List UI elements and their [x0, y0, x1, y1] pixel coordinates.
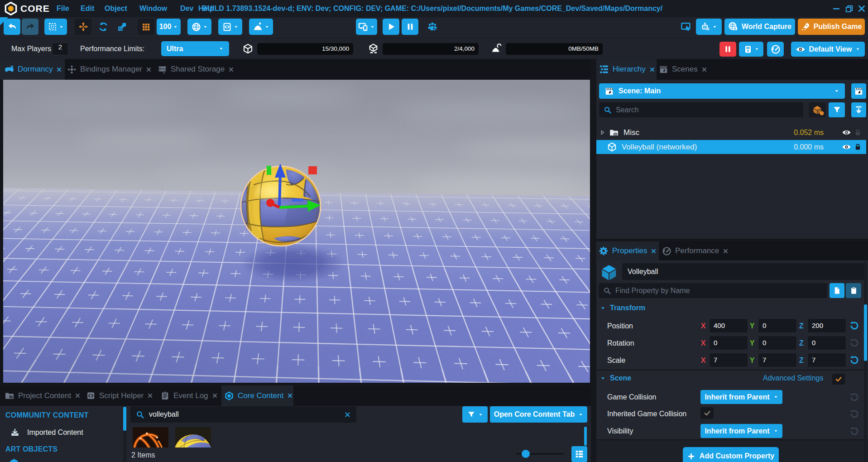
- menu-object[interactable]: Object: [105, 0, 127, 17]
- menu-edit[interactable]: Edit: [81, 0, 94, 17]
- performance-limits-dropdown[interactable]: Ultra: [161, 41, 229, 56]
- scale-tool-button[interactable]: [114, 19, 130, 35]
- scrollbar-thumb[interactable]: [864, 304, 867, 361]
- gizmo-x-axis[interactable]: [279, 206, 309, 207]
- object-name-input[interactable]: Volleyball: [622, 263, 866, 280]
- tab-close-icon[interactable]: [723, 248, 729, 254]
- snap-size-dropdown[interactable]: 100: [157, 19, 181, 35]
- undo-button[interactable]: [4, 19, 20, 35]
- tab-close-icon[interactable]: [212, 393, 218, 399]
- tab-shared-storage[interactable]: Shared Storage: [158, 59, 235, 80]
- tab-close-icon[interactable]: [228, 67, 234, 72]
- default-view-dropdown[interactable]: Default View: [791, 42, 865, 57]
- visibility-dropdown[interactable]: Inherit from Parent: [700, 424, 782, 438]
- multiplayer-preview-dropdown[interactable]: [356, 19, 377, 35]
- tab-close-icon[interactable]: [147, 393, 153, 399]
- restore-button[interactable]: [844, 4, 854, 14]
- max-players-input[interactable]: 2: [52, 43, 68, 55]
- scale-x-input[interactable]: 7: [709, 353, 748, 367]
- sidebar-scrollbar[interactable]: [123, 406, 126, 462]
- lock-icon[interactable]: [854, 143, 862, 151]
- tab-hierarchy[interactable]: Hierarchy: [596, 59, 657, 80]
- view-mode-button[interactable]: [571, 446, 587, 462]
- performance-gauge-button[interactable]: [767, 42, 784, 57]
- tab-performance[interactable]: Performance: [662, 241, 728, 260]
- gizmo-green-marker[interactable]: [267, 166, 271, 175]
- tab-close-icon[interactable]: [56, 67, 62, 72]
- gizmo-red-marker[interactable]: [308, 166, 317, 174]
- stop-button[interactable]: [719, 42, 736, 57]
- clear-search-icon[interactable]: [344, 411, 351, 418]
- content-filter-button[interactable]: [462, 406, 488, 423]
- viewport-3d-scene[interactable]: [3, 80, 590, 383]
- community-content-header[interactable]: COMMUNITY CONTENT: [5, 411, 89, 419]
- art-objects-header[interactable]: ART OBJECTS: [5, 445, 58, 453]
- slider-knob[interactable]: [522, 450, 530, 458]
- visibility-eye-icon[interactable]: [842, 142, 851, 152]
- terrain-dropdown[interactable]: [249, 19, 273, 35]
- advanced-settings-checkbox[interactable]: [832, 374, 845, 385]
- menu-window[interactable]: Window: [139, 0, 167, 17]
- imported-content-item[interactable]: Imported Content: [10, 428, 83, 438]
- position-x-input[interactable]: 400: [709, 318, 748, 333]
- content-search-input[interactable]: volleyball: [130, 406, 356, 423]
- gizmo-z-arrowhead[interactable]: [275, 164, 286, 178]
- gizmo-y-handle[interactable]: [266, 199, 274, 207]
- select-mode-button[interactable]: [44, 19, 67, 35]
- collapse-icon[interactable]: [600, 375, 606, 381]
- redo-button[interactable]: [22, 19, 38, 35]
- add-custom-property-button[interactable]: Add Custom Property: [683, 447, 779, 462]
- properties-scrollbar[interactable]: [864, 262, 867, 462]
- transform-gizmo[interactable]: [3, 80, 590, 383]
- save-dropdown[interactable]: [739, 42, 763, 57]
- close-button[interactable]: [857, 4, 867, 14]
- scene-section-header[interactable]: Scene: [600, 374, 631, 382]
- tab-properties[interactable]: Properties: [596, 241, 659, 260]
- tab-close-icon[interactable]: [75, 393, 81, 399]
- tab-core-content[interactable]: Core Content: [221, 385, 293, 406]
- tab-close-icon[interactable]: [651, 248, 657, 254]
- open-core-content-tab-button[interactable]: Open Core Content Tab: [490, 406, 587, 423]
- capture-bot-dropdown[interactable]: [696, 19, 722, 35]
- menu-dev[interactable]: Dev: [180, 0, 193, 17]
- hierarchy-collapse-button[interactable]: [851, 102, 866, 117]
- tab-close-icon[interactable]: [701, 67, 707, 72]
- find-property-input[interactable]: Find Property by Name: [599, 283, 827, 298]
- screen-share-icon[interactable]: [678, 19, 694, 35]
- gizmo-z-axis[interactable]: [279, 173, 280, 207]
- scale-y-input[interactable]: 7: [758, 353, 797, 367]
- hierarchy-filter-button[interactable]: [829, 102, 845, 117]
- position-z-input[interactable]: 200: [807, 318, 846, 333]
- paste-properties-button[interactable]: [846, 283, 861, 298]
- pause-button[interactable]: [402, 19, 418, 35]
- expand-arrow-icon[interactable]: [599, 129, 606, 136]
- rotation-x-input[interactable]: 0: [709, 336, 748, 350]
- scale-z-input[interactable]: 7: [807, 353, 846, 367]
- grid-snap-button[interactable]: [138, 19, 154, 35]
- scene-selector-dropdown[interactable]: Scene: Main: [599, 83, 845, 99]
- transform-section-header[interactable]: Transform: [600, 304, 645, 312]
- scene-manager-button[interactable]: [851, 83, 866, 99]
- world-settings-dropdown[interactable]: [187, 19, 211, 35]
- gizmo-x-arrowhead[interactable]: [307, 200, 321, 212]
- hierarchy-search-input[interactable]: Search: [599, 102, 803, 117]
- game-collision-reset-button[interactable]: [849, 392, 859, 402]
- world-capture-button[interactable]: World Capture: [724, 19, 795, 35]
- content-scrollbar[interactable]: [584, 427, 587, 446]
- tab-script-helper[interactable]: Script Helper: [86, 385, 154, 406]
- hierarchy-row-volleyball[interactable]: Volleyball (networked) 0.000 ms: [596, 140, 866, 154]
- art-objects-item[interactable]: [8, 458, 20, 462]
- thumbnail-size-slider[interactable]: [516, 453, 564, 455]
- position-y-input[interactable]: 0: [758, 318, 797, 333]
- hierarchy-asset-filter-button[interactable]: [809, 102, 826, 117]
- visibility-eye-icon[interactable]: [842, 128, 851, 137]
- rotation-reset-button[interactable]: [849, 338, 859, 348]
- script-dropdown[interactable]: [218, 19, 242, 35]
- tab-event-log[interactable]: Event Log: [160, 385, 218, 406]
- collapse-icon[interactable]: [600, 305, 606, 311]
- inherited-game-collision-reset-button[interactable]: [849, 409, 859, 419]
- menu-file[interactable]: File: [57, 0, 69, 17]
- tab-close-icon[interactable]: [649, 67, 655, 72]
- inherited-game-collision-checkbox[interactable]: [700, 407, 714, 419]
- scrollbar-thumb[interactable]: [123, 407, 126, 431]
